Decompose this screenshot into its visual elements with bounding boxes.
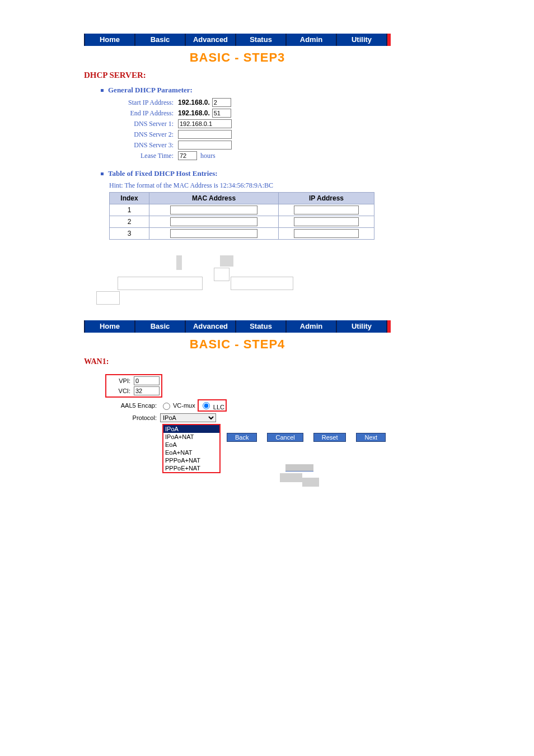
dhcp-server-heading: DHCP SERVER: <box>84 71 391 80</box>
nav-advanced[interactable]: Advanced <box>186 34 236 46</box>
end-ip-prefix: 192.168.0. <box>178 109 210 117</box>
mac-hint: Hint: The format of the MAC Address is 1… <box>109 181 391 190</box>
nav-utility[interactable]: Utility <box>337 320 387 333</box>
aal5-vcmux-label: VC-mux <box>173 402 195 409</box>
fixed-host-heading: Table of Fixed DHCP Host Entries: <box>101 169 391 178</box>
protocol-option-ipoa-nat[interactable]: IPoA+NAT <box>163 433 219 441</box>
aal5-llc-radio[interactable] <box>203 402 210 409</box>
row3-ip-input[interactable] <box>294 229 359 238</box>
navbar-step4: Home Basic Advanced Status Admin Utility <box>84 320 391 333</box>
bottom-placeholders <box>280 464 391 495</box>
vpi-input[interactable] <box>134 376 160 385</box>
table-row: 2 <box>110 216 374 228</box>
row3-mac-input[interactable] <box>170 229 257 238</box>
protocol-option-pppoe-nat[interactable]: PPPoE+NAT <box>163 464 219 472</box>
dns2-input[interactable] <box>178 130 232 139</box>
dns1-input[interactable] <box>178 119 232 128</box>
row3-index: 3 <box>110 228 149 240</box>
col-index: Index <box>110 193 149 204</box>
back-button[interactable]: Back <box>227 433 257 442</box>
step4-panel: Home Basic Advanced Status Admin Utility… <box>84 320 391 495</box>
lease-unit: hours <box>200 152 216 160</box>
end-ip-label: End IP Address: <box>106 109 178 118</box>
end-ip-input[interactable] <box>212 109 231 118</box>
wan1-heading: WAN1: <box>84 357 391 366</box>
general-dhcp-heading: General DHCP Parameter: <box>101 86 391 95</box>
vci-input[interactable] <box>134 386 160 395</box>
table-row: 3 <box>110 228 374 240</box>
protocol-dropdown-open: IPoA IPoA+NAT EoA EoA+NAT PPPoA+NAT PPPo… <box>162 424 221 473</box>
aal5-label: AAL5 Encap: <box>106 402 160 409</box>
aal5-llc-label: LLC <box>213 404 224 410</box>
bullet-icon <box>101 172 104 175</box>
lease-label: Lease Time: <box>106 152 178 160</box>
nav-advanced[interactable]: Advanced <box>186 320 236 333</box>
row2-mac-input[interactable] <box>170 217 257 226</box>
col-mac: MAC Address <box>149 193 279 204</box>
start-ip-input[interactable] <box>212 98 231 107</box>
wizard-buttons: Back Cancel Reset Next <box>227 433 391 442</box>
nav-utility[interactable]: Utility <box>337 34 387 46</box>
general-dhcp-label: General DHCP Parameter: <box>108 86 193 95</box>
protocol-option-ipoa[interactable]: IPoA <box>163 425 219 433</box>
fixed-host-label: Table of Fixed DHCP Host Entries: <box>108 169 218 178</box>
nav-admin[interactable]: Admin <box>287 320 337 333</box>
protocol-option-pppoa-nat[interactable]: PPPoA+NAT <box>163 456 219 464</box>
nav-basic[interactable]: Basic <box>135 320 186 333</box>
vci-label: VCI: <box>108 388 134 394</box>
row1-mac-input[interactable] <box>170 206 257 214</box>
lease-input[interactable] <box>178 151 197 160</box>
row2-ip-input[interactable] <box>294 217 359 226</box>
aal5-llc-highlight: LLC <box>198 399 227 412</box>
vpi-vci-highlight: VPI: VCI: <box>105 374 162 398</box>
dns2-label: DNS Server 2: <box>106 130 178 139</box>
step3-title: BASIC - STEP3 <box>84 50 391 65</box>
protocol-label: Protocol: <box>106 414 160 421</box>
ghost-placeholders <box>84 250 391 306</box>
nav-basic[interactable]: Basic <box>135 34 186 46</box>
protocol-option-eoa-nat[interactable]: EoA+NAT <box>163 449 219 456</box>
start-ip-label: Start IP Address: <box>106 99 178 107</box>
step4-title: BASIC - STEP4 <box>84 337 391 352</box>
protocol-select[interactable]: IPoA <box>160 413 216 422</box>
row1-index: 1 <box>110 204 149 216</box>
nav-home[interactable]: Home <box>84 320 135 333</box>
row1-ip-input[interactable] <box>294 206 359 214</box>
start-ip-prefix: 192.168.0. <box>178 99 210 106</box>
aal5-vcmux-radio[interactable] <box>163 403 170 410</box>
nav-admin[interactable]: Admin <box>287 34 337 46</box>
nav-home[interactable]: Home <box>84 34 135 46</box>
vpi-label: VPI: <box>108 377 134 384</box>
reset-button[interactable]: Reset <box>313 433 346 442</box>
step3-panel: Home Basic Advanced Status Admin Utility… <box>84 34 391 306</box>
nav-status[interactable]: Status <box>236 34 287 46</box>
row2-index: 2 <box>110 216 149 228</box>
cancel-button[interactable]: Cancel <box>267 433 303 442</box>
next-button[interactable]: Next <box>356 433 386 442</box>
table-row: 1 <box>110 204 374 216</box>
fixed-host-table: Index MAC Address IP Address 1 2 3 <box>109 192 374 240</box>
bullet-icon <box>101 89 104 92</box>
nav-status[interactable]: Status <box>236 320 287 333</box>
dns3-label: DNS Server 3: <box>106 141 178 150</box>
protocol-option-eoa[interactable]: EoA <box>163 441 219 449</box>
navbar-step3: Home Basic Advanced Status Admin Utility <box>84 34 391 46</box>
dns1-label: DNS Server 1: <box>106 120 178 128</box>
col-ip: IP Address <box>279 193 374 204</box>
dns3-input[interactable] <box>178 141 232 150</box>
